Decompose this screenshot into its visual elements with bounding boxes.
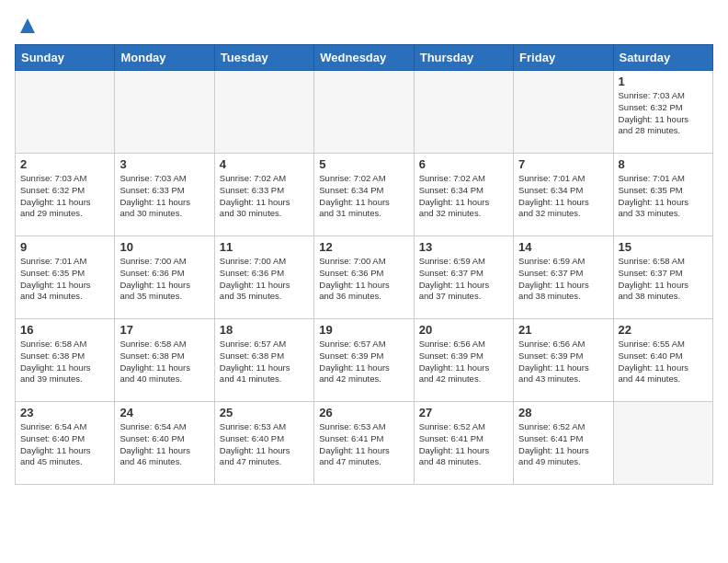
logo-icon — [17, 15, 39, 37]
calendar-cell: 6Sunrise: 7:02 AM Sunset: 6:34 PM Daylig… — [414, 154, 513, 236]
day-info: Sunrise: 7:03 AM Sunset: 6:33 PM Dayligh… — [119, 173, 209, 220]
day-info: Sunrise: 7:02 AM Sunset: 6:34 PM Dayligh… — [319, 173, 408, 220]
calendar-cell: 1Sunrise: 7:03 AM Sunset: 6:32 PM Daylig… — [613, 71, 712, 154]
page-header — [15, 15, 713, 37]
calendar-cell: 13Sunrise: 6:59 AM Sunset: 6:37 PM Dayli… — [414, 236, 513, 319]
day-info: Sunrise: 7:01 AM Sunset: 6:34 PM Dayligh… — [518, 173, 608, 220]
day-number: 22 — [619, 323, 708, 337]
calendar-cell: 21Sunrise: 6:56 AM Sunset: 6:39 PM Dayli… — [514, 319, 613, 402]
col-header-thursday: Thursday — [414, 45, 513, 71]
day-info: Sunrise: 6:59 AM Sunset: 6:37 PM Dayligh… — [419, 256, 508, 303]
calendar-cell: 19Sunrise: 6:57 AM Sunset: 6:39 PM Dayli… — [314, 319, 414, 402]
day-info: Sunrise: 7:01 AM Sunset: 6:35 PM Dayligh… — [619, 173, 708, 220]
calendar-cell: 18Sunrise: 6:57 AM Sunset: 6:38 PM Dayli… — [214, 319, 313, 402]
day-number: 21 — [518, 323, 608, 337]
col-header-saturday: Saturday — [613, 45, 712, 71]
day-info: Sunrise: 6:57 AM Sunset: 6:39 PM Dayligh… — [319, 339, 408, 385]
col-header-friday: Friday — [514, 45, 613, 71]
day-number: 14 — [518, 240, 608, 254]
day-number: 1 — [619, 75, 708, 88]
day-info: Sunrise: 7:03 AM Sunset: 6:32 PM Dayligh… — [619, 90, 708, 137]
calendar-cell: 10Sunrise: 7:00 AM Sunset: 6:36 PM Dayli… — [115, 236, 214, 319]
day-info: Sunrise: 6:52 AM Sunset: 6:41 PM Dayligh… — [518, 421, 608, 468]
calendar-cell: 4Sunrise: 7:02 AM Sunset: 6:33 PM Daylig… — [214, 154, 313, 236]
day-number: 11 — [220, 240, 309, 254]
calendar-cell: 22Sunrise: 6:55 AM Sunset: 6:40 PM Dayli… — [613, 319, 712, 402]
day-info: Sunrise: 7:03 AM Sunset: 6:32 PM Dayligh… — [20, 173, 109, 220]
day-info: Sunrise: 6:58 AM Sunset: 6:38 PM Dayligh… — [20, 339, 109, 385]
day-info: Sunrise: 6:56 AM Sunset: 6:39 PM Dayligh… — [518, 339, 608, 385]
day-info: Sunrise: 7:02 AM Sunset: 6:33 PM Dayligh… — [220, 173, 309, 220]
day-number: 8 — [619, 157, 708, 171]
col-header-tuesday: Tuesday — [214, 45, 313, 71]
day-info: Sunrise: 6:59 AM Sunset: 6:37 PM Dayligh… — [518, 256, 608, 303]
calendar-cell: 23Sunrise: 6:54 AM Sunset: 6:40 PM Dayli… — [16, 402, 115, 485]
day-number: 18 — [220, 323, 309, 337]
calendar-cell: 16Sunrise: 6:58 AM Sunset: 6:38 PM Dayli… — [16, 319, 115, 402]
calendar-cell — [16, 71, 115, 154]
calendar-cell: 27Sunrise: 6:52 AM Sunset: 6:41 PM Dayli… — [414, 402, 513, 485]
calendar-cell: 12Sunrise: 7:00 AM Sunset: 6:36 PM Dayli… — [314, 236, 414, 319]
calendar-cell: 25Sunrise: 6:53 AM Sunset: 6:40 PM Dayli… — [214, 402, 313, 485]
day-number: 2 — [20, 157, 109, 171]
day-number: 7 — [518, 157, 608, 171]
day-info: Sunrise: 6:52 AM Sunset: 6:41 PM Dayligh… — [419, 421, 508, 468]
day-number: 3 — [119, 157, 209, 171]
calendar-week-row: 23Sunrise: 6:54 AM Sunset: 6:40 PM Dayli… — [16, 402, 713, 485]
day-number: 27 — [419, 406, 508, 419]
calendar-cell: 20Sunrise: 6:56 AM Sunset: 6:39 PM Dayli… — [414, 319, 513, 402]
calendar-cell: 5Sunrise: 7:02 AM Sunset: 6:34 PM Daylig… — [314, 154, 414, 236]
calendar-cell: 17Sunrise: 6:58 AM Sunset: 6:38 PM Dayli… — [115, 319, 214, 402]
day-info: Sunrise: 7:00 AM Sunset: 6:36 PM Dayligh… — [220, 256, 309, 303]
day-number: 24 — [119, 406, 209, 419]
day-number: 20 — [419, 323, 508, 337]
calendar-week-row: 1Sunrise: 7:03 AM Sunset: 6:32 PM Daylig… — [16, 71, 713, 154]
day-info: Sunrise: 6:58 AM Sunset: 6:37 PM Dayligh… — [619, 256, 708, 303]
day-number: 19 — [319, 323, 408, 337]
calendar-cell — [414, 71, 513, 154]
calendar-cell: 15Sunrise: 6:58 AM Sunset: 6:37 PM Dayli… — [613, 236, 712, 319]
calendar-cell: 8Sunrise: 7:01 AM Sunset: 6:35 PM Daylig… — [613, 154, 712, 236]
calendar-cell — [115, 71, 214, 154]
day-number: 26 — [319, 406, 408, 419]
calendar-cell — [613, 402, 712, 485]
day-info: Sunrise: 6:58 AM Sunset: 6:38 PM Dayligh… — [119, 339, 209, 385]
calendar-week-row: 9Sunrise: 7:01 AM Sunset: 6:35 PM Daylig… — [16, 236, 713, 319]
day-info: Sunrise: 6:54 AM Sunset: 6:40 PM Dayligh… — [20, 421, 109, 468]
logo — [15, 15, 39, 37]
calendar-cell — [514, 71, 613, 154]
day-info: Sunrise: 7:00 AM Sunset: 6:36 PM Dayligh… — [119, 256, 209, 303]
day-info: Sunrise: 7:02 AM Sunset: 6:34 PM Dayligh… — [419, 173, 508, 220]
day-number: 28 — [518, 406, 608, 419]
day-number: 17 — [119, 323, 209, 337]
calendar-week-row: 16Sunrise: 6:58 AM Sunset: 6:38 PM Dayli… — [16, 319, 713, 402]
svg-marker-0 — [20, 18, 35, 33]
day-number: 25 — [220, 406, 309, 419]
calendar-cell: 24Sunrise: 6:54 AM Sunset: 6:40 PM Dayli… — [115, 402, 214, 485]
day-info: Sunrise: 7:01 AM Sunset: 6:35 PM Dayligh… — [20, 256, 109, 303]
calendar-cell: 11Sunrise: 7:00 AM Sunset: 6:36 PM Dayli… — [214, 236, 313, 319]
calendar-cell: 26Sunrise: 6:53 AM Sunset: 6:41 PM Dayli… — [314, 402, 414, 485]
day-number: 4 — [220, 157, 309, 171]
day-number: 15 — [619, 240, 708, 254]
day-number: 12 — [319, 240, 408, 254]
calendar-cell: 9Sunrise: 7:01 AM Sunset: 6:35 PM Daylig… — [16, 236, 115, 319]
calendar-cell: 2Sunrise: 7:03 AM Sunset: 6:32 PM Daylig… — [16, 154, 115, 236]
day-number: 23 — [20, 406, 109, 419]
day-number: 13 — [419, 240, 508, 254]
calendar-cell: 7Sunrise: 7:01 AM Sunset: 6:34 PM Daylig… — [514, 154, 613, 236]
day-number: 16 — [20, 323, 109, 337]
col-header-monday: Monday — [115, 45, 214, 71]
col-header-wednesday: Wednesday — [314, 45, 414, 71]
calendar-table: SundayMondayTuesdayWednesdayThursdayFrid… — [15, 44, 713, 485]
calendar-week-row: 2Sunrise: 7:03 AM Sunset: 6:32 PM Daylig… — [16, 154, 713, 236]
calendar-header-row: SundayMondayTuesdayWednesdayThursdayFrid… — [16, 45, 713, 71]
day-number: 10 — [119, 240, 209, 254]
day-info: Sunrise: 6:53 AM Sunset: 6:40 PM Dayligh… — [220, 421, 309, 468]
day-number: 9 — [20, 240, 109, 254]
day-info: Sunrise: 6:57 AM Sunset: 6:38 PM Dayligh… — [220, 339, 309, 385]
day-info: Sunrise: 6:55 AM Sunset: 6:40 PM Dayligh… — [619, 339, 708, 385]
col-header-sunday: Sunday — [16, 45, 115, 71]
calendar-cell: 14Sunrise: 6:59 AM Sunset: 6:37 PM Dayli… — [514, 236, 613, 319]
day-number: 5 — [319, 157, 408, 171]
